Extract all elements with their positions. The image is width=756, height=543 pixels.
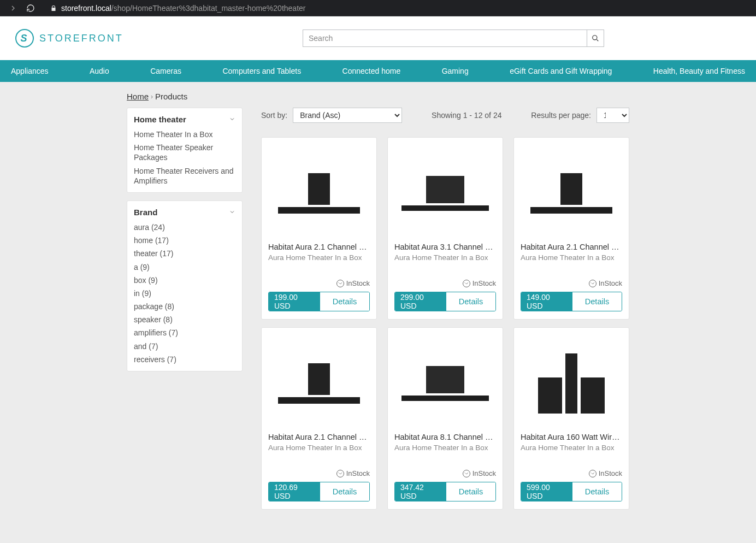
details-button[interactable]: Details <box>446 292 495 311</box>
nav-item[interactable]: Gaming <box>434 67 476 75</box>
facet-link[interactable]: and (7) <box>134 341 235 351</box>
facet-brand-title: Brand <box>134 208 157 217</box>
product-subtitle: Aura Home Theater In a Box <box>521 253 622 262</box>
rpp-select[interactable]: 12 <box>596 108 629 123</box>
site-header: S STOREFRONT <box>0 16 756 60</box>
product-card[interactable]: Habitat Aura 3.1 Channel So… Aura Home T… <box>387 137 503 320</box>
product-image <box>521 334 622 433</box>
details-button[interactable]: Details <box>572 292 622 311</box>
facet-link[interactable]: package (8) <box>134 302 235 311</box>
forward-icon[interactable] <box>8 3 19 14</box>
details-button[interactable]: Details <box>572 482 622 501</box>
chevron-down-icon[interactable] <box>229 208 235 217</box>
svg-point-0 <box>593 36 597 40</box>
breadcrumb-home[interactable]: Home <box>127 92 149 101</box>
breadcrumb: Home › Products <box>127 92 629 101</box>
nav-item[interactable]: Connected home <box>335 67 409 75</box>
product-subtitle: Aura Home Theater In a Box <box>394 253 496 262</box>
facet-link[interactable]: amplifiers (7) <box>134 328 235 338</box>
product-title: Habitat Aura 2.1 Channel So… <box>268 243 370 251</box>
details-button[interactable]: Details <box>320 292 369 311</box>
product-subtitle: Aura Home Theater In a Box <box>268 444 370 452</box>
product-image <box>268 334 370 433</box>
nav-item[interactable]: Health, Beauty and Fitness <box>646 67 753 75</box>
product-price: 599.00 USD <box>521 482 572 501</box>
search-input[interactable] <box>303 29 587 47</box>
sort-label: Sort by: <box>261 111 287 120</box>
category-nav: AppliancesAudioCamerasComputers and Tabl… <box>0 60 756 82</box>
product-price: 199.00 USD <box>269 292 320 311</box>
product-card[interactable]: Habitat Aura 2.1 Channel So… Aura Home T… <box>513 137 629 320</box>
nav-item[interactable]: Computers and Tablets <box>215 67 309 75</box>
product-image <box>521 144 622 243</box>
facet-link[interactable]: aura (24) <box>134 222 235 232</box>
stock-badge: InStock <box>268 469 370 477</box>
address-bar[interactable]: storefront.local/shop/HomeTheater%3dhabi… <box>50 4 305 13</box>
product-title: Habitat Aura 2.1 Channel So… <box>268 433 370 441</box>
product-subtitle: Aura Home Theater In a Box <box>394 444 496 452</box>
facet-link[interactable]: Home Theater Speaker Packages <box>134 143 235 162</box>
facet-link[interactable]: Home Theater In a Box <box>134 129 235 139</box>
site-logo[interactable]: S STOREFRONT <box>15 29 123 48</box>
product-card[interactable]: Habitat Aura 2.1 Channel So… Aura Home T… <box>261 137 377 320</box>
facet-link[interactable]: box (9) <box>134 275 235 285</box>
lock-icon <box>50 5 57 11</box>
facet-link[interactable]: receivers (7) <box>134 355 235 364</box>
chevron-right-icon: › <box>151 93 153 101</box>
facet-category-title: Home theater <box>134 115 186 124</box>
details-button[interactable]: Details <box>320 482 369 501</box>
facet-link[interactable]: speaker (8) <box>134 315 235 324</box>
nav-item[interactable]: Appliances <box>3 67 56 75</box>
facet-category: Home theater Home Theater In a BoxHome T… <box>127 108 243 193</box>
facet-link[interactable]: home (17) <box>134 235 235 245</box>
product-image <box>394 144 496 243</box>
smiley-icon <box>336 470 344 477</box>
stock-badge: InStock <box>394 279 496 287</box>
search-button[interactable] <box>587 29 604 47</box>
results-count: Showing 1 - 12 of 24 <box>432 111 501 120</box>
search-form <box>303 29 604 47</box>
smiley-icon <box>589 470 596 477</box>
product-title: Habitat Aura 3.1 Channel So… <box>394 243 496 251</box>
facet-brand: Brand aura (24)home (17)theater (17)a (9… <box>127 200 243 371</box>
logo-icon: S <box>15 29 34 48</box>
product-card[interactable]: Habitat Aura 160 Watt Wirele… Aura Home … <box>513 327 629 510</box>
facet-link[interactable]: in (9) <box>134 288 235 298</box>
facet-link[interactable]: a (9) <box>134 262 235 272</box>
product-title: Habitat Aura 160 Watt Wirele… <box>521 433 622 441</box>
product-price: 120.69 USD <box>269 482 320 501</box>
sidebar: Home theater Home Theater In a BoxHome T… <box>127 108 243 510</box>
breadcrumb-products: Products <box>155 92 187 101</box>
smiley-icon <box>463 280 470 287</box>
nav-item[interactable]: Cameras <box>143 67 189 75</box>
search-icon <box>592 34 599 42</box>
product-price: 347.42 USD <box>395 482 446 501</box>
chevron-down-icon[interactable] <box>229 115 235 124</box>
product-card[interactable]: Habitat Aura 2.1 Channel So… Aura Home T… <box>261 327 377 510</box>
nav-item[interactable]: eGift Cards and Gift Wrapping <box>502 67 619 75</box>
product-title: Habitat Aura 2.1 Channel So… <box>521 243 622 251</box>
rpp-label: Results per page: <box>531 111 591 120</box>
nav-item[interactable]: Audio <box>82 67 117 75</box>
stock-badge: InStock <box>268 279 370 287</box>
product-price: 149.00 USD <box>521 292 572 311</box>
product-subtitle: Aura Home Theater In a Box <box>268 253 370 262</box>
product-image <box>394 334 496 433</box>
stock-badge: InStock <box>521 279 622 287</box>
results: Sort by: Brand (Asc) Showing 1 - 12 of 2… <box>261 108 629 510</box>
product-card[interactable]: Habitat Aura 8.1 Channel Cur… Aura Home … <box>387 327 503 510</box>
reload-icon[interactable] <box>25 3 36 14</box>
sort-select[interactable]: Brand (Asc) <box>293 108 402 123</box>
smiley-icon <box>589 280 596 287</box>
browser-chrome: storefront.local/shop/HomeTheater%3dhabi… <box>0 0 756 16</box>
stock-badge: InStock <box>521 469 622 477</box>
product-price: 299.00 USD <box>395 292 446 311</box>
product-subtitle: Aura Home Theater In a Box <box>521 444 622 452</box>
details-button[interactable]: Details <box>446 482 495 501</box>
product-title: Habitat Aura 8.1 Channel Cur… <box>394 433 496 441</box>
facet-link[interactable]: theater (17) <box>134 249 235 258</box>
smiley-icon <box>463 470 470 477</box>
brand-name: STOREFRONT <box>39 33 123 44</box>
facet-link[interactable]: Home Theater Receivers and Amplifiers <box>134 166 235 186</box>
results-controls: Sort by: Brand (Asc) Showing 1 - 12 of 2… <box>261 108 629 123</box>
